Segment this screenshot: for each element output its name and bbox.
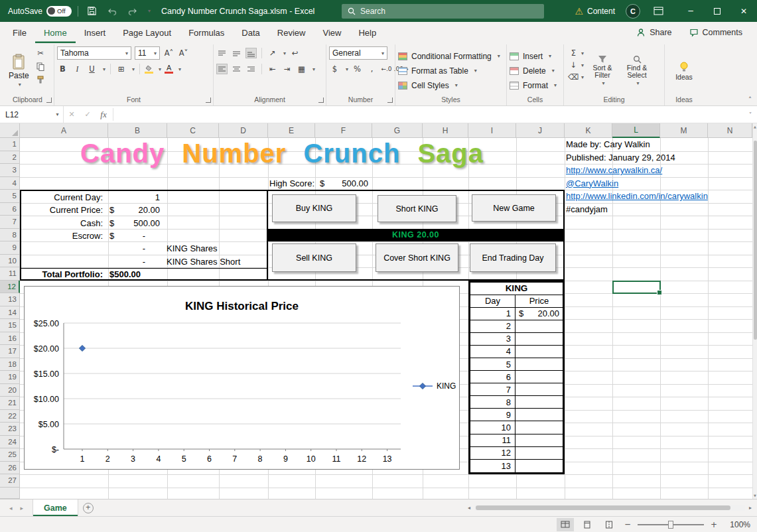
selected-cell-L12[interactable] bbox=[612, 281, 661, 295]
merge-dropdown-icon[interactable] bbox=[310, 66, 315, 72]
formula-input[interactable] bbox=[115, 106, 744, 123]
column-header-F[interactable]: F bbox=[315, 123, 372, 138]
vertical-scrollbar[interactable]: ▲ ▼ bbox=[752, 123, 757, 499]
ribbon-display-options-icon[interactable] bbox=[651, 4, 665, 19]
row-header-10[interactable]: 10 bbox=[0, 255, 20, 268]
ribbon-tab-file[interactable]: File bbox=[4, 22, 35, 43]
row-header-23[interactable]: 23 bbox=[0, 423, 20, 436]
redo-icon[interactable] bbox=[125, 4, 140, 19]
clipboard-dialog-launcher[interactable] bbox=[46, 98, 52, 103]
column-header-A[interactable]: A bbox=[20, 123, 108, 138]
horizontal-scroll-thumb[interactable] bbox=[476, 505, 730, 510]
increase-decimal-button[interactable]: ←.0 bbox=[381, 64, 392, 74]
maximize-button[interactable] bbox=[704, 0, 730, 22]
vertical-scroll-thumb[interactable] bbox=[754, 141, 757, 340]
align-top-button[interactable] bbox=[216, 48, 228, 58]
increase-font-size-button[interactable]: A˄ bbox=[163, 48, 174, 58]
comma-style-button[interactable]: , bbox=[366, 64, 378, 74]
row-header-5[interactable]: 5 bbox=[0, 190, 20, 203]
select-all-corner[interactable] bbox=[0, 123, 20, 138]
column-header-M[interactable]: M bbox=[660, 123, 708, 138]
horizontal-scrollbar[interactable]: ◂ ▸ bbox=[464, 499, 757, 516]
orientation-button[interactable]: ↗ bbox=[267, 48, 278, 58]
collapse-ribbon-icon[interactable]: ˄ bbox=[748, 96, 752, 103]
zoom-level[interactable]: 100% bbox=[724, 520, 750, 529]
row-header-6[interactable]: 6 bbox=[0, 203, 20, 216]
zoom-in-button[interactable]: + bbox=[709, 520, 719, 529]
ribbon-tab-review[interactable]: Review bbox=[269, 22, 314, 43]
scroll-right-icon[interactable]: ▸ bbox=[745, 505, 756, 511]
normal-view-button[interactable] bbox=[557, 518, 574, 531]
bold-button[interactable]: B bbox=[57, 64, 68, 74]
insert-cells-button[interactable]: Insert bbox=[510, 50, 561, 63]
column-header-H[interactable]: H bbox=[423, 123, 468, 138]
row-header-12[interactable]: 12 bbox=[0, 281, 20, 294]
font-name-select[interactable]: Tahoma bbox=[57, 46, 131, 60]
column-header-B[interactable]: B bbox=[108, 123, 167, 138]
autosum-dropdown-icon[interactable] bbox=[579, 50, 584, 56]
clear-button[interactable]: ⌫ bbox=[568, 72, 579, 82]
cover-short-king-button[interactable]: Cover Short KING bbox=[376, 243, 458, 272]
sell-king-button[interactable]: Sell KING bbox=[272, 243, 356, 272]
zoom-slider[interactable] bbox=[638, 524, 704, 525]
minimize-button[interactable]: ─ bbox=[677, 0, 704, 22]
page-layout-view-button[interactable] bbox=[579, 518, 596, 531]
row-header-9[interactable]: 9 bbox=[0, 241, 20, 255]
row-header-2[interactable]: 2 bbox=[0, 151, 20, 165]
column-header-N[interactable]: N bbox=[708, 123, 752, 138]
ribbon-tab-formulas[interactable]: Formulas bbox=[180, 22, 233, 43]
row-header-16[interactable]: 16 bbox=[0, 332, 20, 346]
column-header-L[interactable]: L bbox=[612, 123, 660, 138]
font-color-button[interactable]: A bbox=[165, 64, 173, 74]
content-security-warning[interactable]: ⚠ Content bbox=[575, 6, 615, 17]
conditional-formatting-button[interactable]: Conditional Formatting bbox=[398, 50, 504, 63]
autosum-button[interactable]: Σ bbox=[568, 48, 579, 58]
accounting-dropdown-icon[interactable] bbox=[344, 66, 348, 72]
row-header-7[interactable]: 7 bbox=[0, 216, 20, 229]
format-painter-icon[interactable] bbox=[35, 74, 46, 85]
percent-style-button[interactable]: % bbox=[352, 64, 363, 74]
underline-button[interactable]: U bbox=[86, 64, 98, 74]
row-header-17[interactable]: 17 bbox=[0, 345, 20, 358]
row-header-8[interactable]: 8 bbox=[0, 229, 20, 242]
buy-king-button[interactable]: Buy KING bbox=[272, 194, 356, 222]
align-bottom-button[interactable] bbox=[245, 48, 257, 58]
zoom-slider-thumb[interactable] bbox=[668, 521, 673, 529]
new-game-button[interactable]: New Game bbox=[472, 194, 556, 222]
delete-cells-button[interactable]: Delete bbox=[510, 64, 561, 78]
row-header-3[interactable]: 3 bbox=[0, 164, 20, 177]
merge-center-button[interactable]: ▦ bbox=[296, 64, 307, 74]
share-button[interactable]: Share bbox=[630, 26, 678, 39]
align-center-button[interactable] bbox=[231, 64, 242, 74]
sheet-tab-game[interactable]: Game bbox=[33, 499, 78, 516]
column-header-D[interactable]: D bbox=[219, 123, 268, 138]
copy-icon[interactable] bbox=[35, 61, 46, 72]
end-trading-day-button[interactable]: End Trading Day bbox=[470, 243, 556, 272]
wrap-text-button[interactable]: ↩ bbox=[289, 48, 301, 58]
ribbon-tab-view[interactable]: View bbox=[314, 22, 350, 43]
credit-link[interactable]: http://www.linkedin.com/in/carywalkin bbox=[566, 190, 708, 203]
column-header-K[interactable]: K bbox=[565, 123, 612, 138]
increase-indent-button[interactable]: ⇥ bbox=[281, 64, 293, 74]
align-left-button[interactable] bbox=[216, 64, 228, 74]
page-break-view-button[interactable] bbox=[600, 518, 618, 531]
row-header-26[interactable]: 26 bbox=[0, 462, 20, 475]
insert-function-icon[interactable]: fx bbox=[96, 106, 111, 123]
column-header-J[interactable]: J bbox=[516, 123, 565, 138]
search-input[interactable] bbox=[360, 7, 519, 16]
scroll-up-icon[interactable]: ▲ bbox=[753, 125, 757, 129]
ribbon-tab-insert[interactable]: Insert bbox=[76, 22, 115, 43]
row-header-24[interactable]: 24 bbox=[0, 436, 20, 449]
cell-styles-button[interactable]: Cell Styles bbox=[398, 79, 504, 92]
zoom-out-button[interactable]: ─ bbox=[622, 520, 633, 529]
enter-icon[interactable]: ✓ bbox=[80, 106, 96, 123]
format-cells-button[interactable]: Format bbox=[510, 79, 561, 92]
row-header-4[interactable]: 4 bbox=[0, 177, 20, 190]
ideas-button[interactable]: Ideas bbox=[667, 46, 701, 96]
ribbon-tab-data[interactable]: Data bbox=[233, 22, 268, 43]
row-header-14[interactable]: 14 bbox=[0, 306, 20, 320]
short-king-button[interactable]: Short KING bbox=[378, 195, 456, 222]
close-button[interactable]: ✕ bbox=[730, 0, 757, 22]
row-header-1[interactable]: 1 bbox=[0, 138, 20, 151]
clear-dropdown-icon[interactable] bbox=[579, 74, 584, 80]
